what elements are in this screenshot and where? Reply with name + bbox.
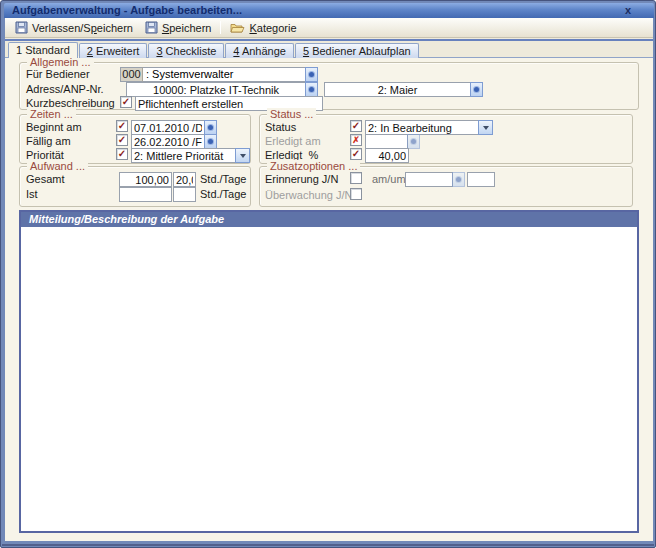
- verlassen-speichern-button[interactable]: Verlassen/Speichern: [9, 19, 139, 37]
- tab-strip: 1 Standard 2 Erweitert 3 Checkliste 4 An…: [8, 42, 420, 58]
- fuer-bediener-lookup-button[interactable]: [305, 67, 318, 82]
- status-dropdown-button[interactable]: [478, 120, 493, 135]
- tab-standard[interactable]: 1 Standard: [8, 42, 78, 58]
- check-icon: ✓: [118, 149, 126, 159]
- beginnt-am-input[interactable]: [131, 120, 205, 135]
- status-combobox[interactable]: [365, 120, 493, 135]
- toolbar: Verlassen/Speichern Speichern: [5, 18, 653, 38]
- prioritaet-input[interactable]: [131, 148, 236, 163]
- faellig-am-input[interactable]: [131, 134, 205, 149]
- erledigt-prozent-input[interactable]: [365, 148, 409, 163]
- fuer-bediener-value: : Systemverwalter: [143, 67, 306, 82]
- speichern-button[interactable]: Speichern: [139, 19, 218, 37]
- prioritaet-combobox[interactable]: [131, 148, 250, 163]
- tab-page-standard: Allgemein ... Für Bediener 000 : Systemv…: [5, 57, 653, 541]
- beginnt-am-date-button[interactable]: [204, 120, 217, 135]
- erledigt-am-date-button[interactable]: [407, 134, 420, 149]
- toolbar-separator: [220, 21, 221, 34]
- erinnerung-checkbox[interactable]: [350, 172, 362, 184]
- title-bar: Aufgabenverwaltung - Aufgabe bearbeiten.…: [4, 3, 654, 18]
- beginnt-am-field-wrap: [131, 120, 217, 135]
- lookup-gem-icon: [309, 87, 314, 92]
- prioritaet-dropdown-button[interactable]: [235, 148, 250, 163]
- gesamt-unit-label: Std./Tage: [200, 172, 246, 186]
- tab-erweitert[interactable]: 2 Erweitert: [79, 43, 148, 58]
- group-status: Status ... Status ✓ Erledigt am ✗ Erledi…: [259, 114, 633, 164]
- erledigt-am-input[interactable]: [365, 134, 408, 149]
- prioritaet-checkbox[interactable]: ✓: [116, 148, 128, 160]
- app-body: Verlassen/Speichern Speichern: [5, 18, 653, 541]
- erinnerung-label: Erinnerung J/N: [265, 172, 338, 186]
- faellig-am-field-wrap: [131, 134, 217, 149]
- check-icon: ✓: [118, 135, 126, 145]
- category-folder-icon: [230, 22, 245, 34]
- mitteilung-panel: Mitteilung/Beschreibung der Aufgabe: [19, 210, 639, 533]
- kurzbeschreibung-checkbox[interactable]: ✓: [120, 96, 132, 108]
- erledigt-am-field-wrap: [365, 134, 420, 149]
- lookup-gem-icon: [474, 87, 479, 92]
- faellig-am-date-button[interactable]: [204, 134, 217, 149]
- fuer-bediener-code: 000: [120, 67, 143, 82]
- check-icon: ✓: [352, 121, 360, 131]
- am-um-label: am/um: [372, 172, 406, 186]
- faellig-am-label: Fällig am: [26, 134, 71, 148]
- save-exit-icon: [15, 21, 28, 34]
- ansprechpartner-input[interactable]: [324, 82, 471, 97]
- ist-stunden-input[interactable]: [119, 187, 172, 202]
- lookup-gem-icon: [208, 139, 213, 144]
- adress-anp-lookup-button[interactable]: [305, 82, 318, 97]
- ansprechpartner-lookup-button[interactable]: [470, 82, 483, 97]
- toolbar-divider: [5, 39, 653, 41]
- lookup-gem-icon: [208, 125, 213, 130]
- erledigt-am-label: Erledigt am: [265, 134, 321, 148]
- mitteilung-body: [21, 227, 637, 531]
- fuer-bediener-field[interactable]: 000 : Systemverwalter: [120, 67, 318, 82]
- adress-anp-input[interactable]: [126, 82, 306, 97]
- gesamt-stunden-input[interactable]: [119, 172, 172, 187]
- lookup-gem-icon: [411, 139, 416, 144]
- group-zusatzoptionen-title: Zusatzoptionen ...: [267, 160, 360, 172]
- save-icon: [145, 21, 158, 34]
- group-zeiten: Zeiten ... Beginnt am ✓ Fällig am ✓ Prio…: [19, 114, 251, 164]
- fuer-bediener-label: Für Bediener: [26, 67, 90, 81]
- x-mark-icon: ✗: [352, 136, 360, 145]
- kategorie-button[interactable]: Kategorie: [224, 19, 302, 37]
- beginnt-am-label: Beginnt am: [26, 120, 82, 134]
- mitteilung-textarea[interactable]: [21, 227, 637, 531]
- check-icon: ✓: [118, 121, 126, 131]
- group-aufwand: Aufwand ... Gesamt Std./Tage Ist Std./Ta…: [19, 166, 251, 207]
- erledigt-prozent-checkbox[interactable]: ✓: [350, 148, 362, 160]
- status-checkbox[interactable]: ✓: [350, 120, 362, 132]
- ueberwachung-label: Überwachung J/N: [265, 188, 352, 202]
- erinnerung-datum-button[interactable]: [452, 172, 465, 187]
- check-icon: ✓: [352, 149, 360, 159]
- mitteilung-header: Mitteilung/Beschreibung der Aufgabe: [21, 212, 637, 227]
- window-frame: Aufgabenverwaltung - Aufgabe bearbeiten.…: [0, 0, 656, 548]
- group-zusatzoptionen: Zusatzoptionen ... Erinnerung J/N am/um …: [259, 166, 633, 207]
- adress-anp-label: Adress/ANP-Nr.: [26, 82, 104, 96]
- close-button[interactable]: x: [620, 3, 636, 17]
- erinnerung-datum-input[interactable]: [405, 172, 453, 187]
- ansprechpartner-field-wrap: [324, 82, 483, 97]
- ist-label: Ist: [26, 187, 38, 201]
- verlassen-speichern-label: Verlassen/Speichern: [32, 22, 133, 34]
- tab-bediener-ablaufplan[interactable]: 5 Bediener Ablaufplan: [295, 43, 419, 58]
- group-aufwand-title: Aufwand ...: [27, 160, 88, 172]
- lookup-gem-icon: [309, 72, 314, 77]
- gesamt-tage-input[interactable]: [173, 172, 196, 187]
- adress-anp-field-wrap: [126, 82, 318, 97]
- tab-checkliste[interactable]: 3 Checkliste: [148, 43, 224, 58]
- faellig-am-checkbox[interactable]: ✓: [116, 134, 128, 146]
- ueberwachung-checkbox[interactable]: [350, 188, 362, 200]
- group-status-title: Status ...: [267, 108, 316, 120]
- chevron-down-icon: [240, 154, 246, 158]
- status-label: Status: [265, 120, 296, 134]
- erledigt-am-checkbox[interactable]: ✗: [350, 134, 362, 146]
- ist-tage-input[interactable]: [173, 187, 196, 202]
- beginnt-am-checkbox[interactable]: ✓: [116, 120, 128, 132]
- tab-anhaenge[interactable]: 4 Anhänge: [225, 43, 294, 58]
- gesamt-label: Gesamt: [26, 172, 65, 186]
- erinnerung-zeit-input[interactable]: [467, 172, 495, 187]
- window-title: Aufgabenverwaltung - Aufgabe bearbeiten.…: [12, 4, 242, 16]
- status-input[interactable]: [365, 120, 479, 135]
